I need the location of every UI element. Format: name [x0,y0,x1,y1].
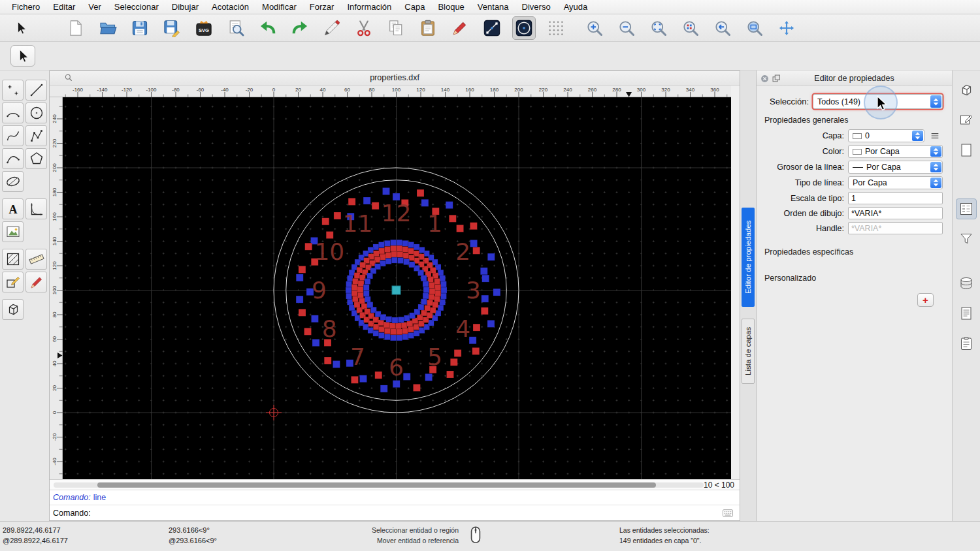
property-list-panel-button[interactable] [956,198,977,219]
draw-line-button[interactable] [480,16,504,40]
tool-hatch-button[interactable] [2,249,24,270]
print-preview-button[interactable] [224,16,248,40]
tool-free-curve-button[interactable] [2,148,24,169]
clipboard-panel-button[interactable] [956,333,977,354]
zoom-auto-button[interactable] [647,16,670,40]
menu-ayuda[interactable]: Ayuda [557,2,595,12]
filter-panel-button[interactable] [956,228,977,249]
menu-forzar[interactable]: Forzar [303,2,341,12]
menu-seleccionar[interactable]: Seleccionar [108,2,165,12]
menu-diverso[interactable]: Diverso [515,2,557,12]
tool-arc-button[interactable] [2,102,24,123]
layer-drum-panel-button[interactable] [956,273,977,294]
menu-acotación[interactable]: Acotación [205,2,255,12]
save-button[interactable] [128,16,152,40]
layer-swatch-icon [853,133,862,139]
stepper-icon[interactable] [930,146,941,157]
tool-image-button[interactable] [2,221,24,242]
edit-pen-button[interactable] [448,16,472,40]
tab-layer-list[interactable]: Lista de capas [742,319,755,384]
tab-property-editor[interactable]: Editor de propiedades [742,208,755,307]
tool-polygon-button[interactable] [25,148,47,169]
mouse-icon [466,526,485,545]
menu-ventana[interactable]: Ventana [471,2,515,12]
svg-text:-120: -120 [122,87,133,93]
color-combo[interactable]: Por Capa [848,145,943,158]
copy-button[interactable] [384,16,408,40]
zoom-previous-button[interactable] [711,16,734,40]
add-custom-property-button[interactable]: + [917,293,934,307]
menu-bloque[interactable]: Bloque [431,2,470,12]
layer-row: Capa: 0 [762,129,943,142]
undo-button[interactable] [256,16,280,40]
menu-modificar[interactable]: Modificar [255,2,303,12]
tool-spline-button[interactable] [2,125,24,146]
stepper-icon[interactable] [912,131,923,141]
zoom-select-button[interactable] [679,16,702,40]
color-label: Color: [762,147,844,156]
tool-measure-button[interactable] [25,249,47,270]
drawing-canvas[interactable]: 121234567891011 [63,97,731,479]
cut-button[interactable] [352,16,376,40]
delete-pen-button[interactable] [320,16,344,40]
menu-editar[interactable]: Editar [46,2,82,12]
tool-text-button[interactable]: A [2,198,24,219]
linetype-combo[interactable]: Por Capa [848,176,943,189]
layer-combo[interactable]: 0 [848,129,924,142]
horizontal-scrollbar[interactable]: 10 < 100 [50,479,740,490]
tool-line-button[interactable] [25,80,47,101]
tool-solid-3d-button[interactable] [2,299,24,320]
tool-dimension-button[interactable] [25,198,47,219]
svg-text:180: 180 [52,187,57,197]
export-svg-button[interactable]: SVG [192,16,216,40]
layer-menu-button[interactable] [927,130,943,142]
color-swatch-icon [853,149,862,155]
command-prompt-label: Comando: [53,509,91,518]
scrollbar-thumb[interactable] [97,482,656,488]
zoom-window-button[interactable] [743,16,766,40]
menu-capa[interactable]: Capa [398,2,431,12]
new-file-button[interactable] [64,16,88,40]
save-as-button[interactable] [160,16,184,40]
menu-ver[interactable]: Ver [82,2,108,12]
tool-polyline-button[interactable] [25,125,47,146]
grid-toggle-button[interactable] [544,16,568,40]
tool-dim-edit-button[interactable] [25,272,47,292]
zoom-out-button[interactable] [615,16,638,40]
menu-dibujar[interactable]: Dibujar [165,2,205,12]
blank-page-panel-button[interactable] [956,140,977,161]
cad-tool-palette: A [0,71,49,521]
tool-ellipse-button[interactable] [2,171,24,192]
typescale-input[interactable] [848,192,943,204]
tool-circle-button[interactable] [25,102,47,123]
selection-status-line2: 149 entidades en capa "0". [619,535,710,546]
draworder-input[interactable] [848,207,943,219]
custom-property-area: + [762,293,943,307]
stepper-icon[interactable] [930,95,941,108]
open-file-button[interactable] [96,16,120,40]
mouse-cursor [874,95,889,114]
tool-modify-button[interactable] [2,272,24,292]
draft-edit-panel-button[interactable] [956,110,977,131]
current-action-button[interactable] [10,45,35,67]
command-input[interactable] [95,507,720,520]
menu-información[interactable]: Información [340,2,398,12]
stepper-icon[interactable] [930,178,941,188]
cube-3d-panel-button[interactable] [956,80,977,101]
grid-status: 10 < 100 [704,480,734,490]
paste-button[interactable] [416,16,440,40]
tool-point-button[interactable] [2,80,24,101]
zoom-in-button[interactable] [583,16,606,40]
svg-text:200: 200 [514,87,523,93]
pan-button[interactable] [775,16,798,40]
select-tool-button[interactable] [9,16,33,40]
draw-circle-button[interactable] [512,16,536,40]
svg-text:40: 40 [320,87,326,93]
redo-button[interactable] [288,16,312,40]
command-history-value: line [93,493,106,502]
lineweight-combo[interactable]: Por Capa [848,161,943,174]
menu-fichero[interactable]: Fichero [5,2,46,12]
stepper-icon[interactable] [930,162,941,172]
command-options-button[interactable] [720,507,736,519]
doc-lines-panel-button[interactable] [956,303,977,324]
